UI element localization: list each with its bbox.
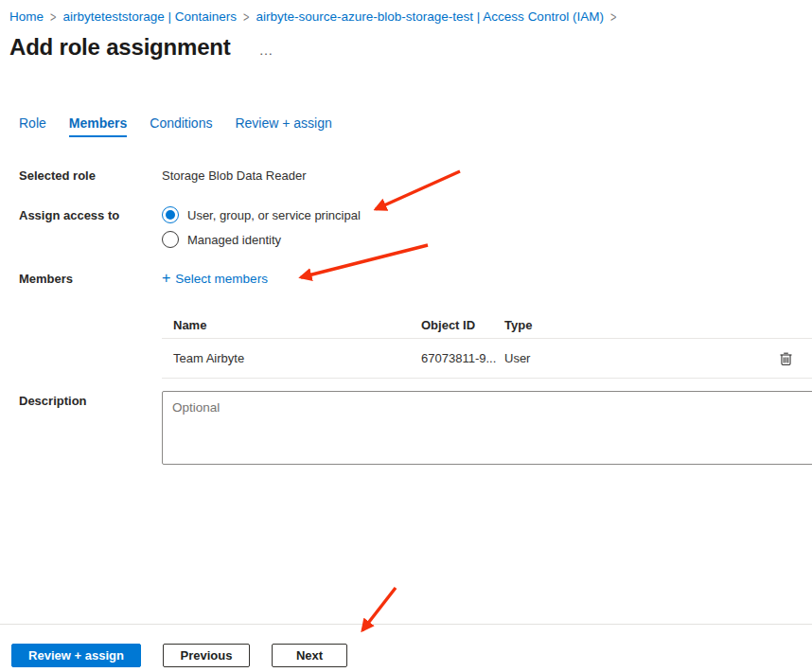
page-title: Add role assignment: [9, 34, 231, 61]
delete-member-button[interactable]: [777, 349, 795, 368]
tab-members[interactable]: Members: [69, 115, 127, 137]
tab-role[interactable]: Role: [19, 115, 46, 137]
column-header-type: Type: [504, 318, 759, 332]
tab-conditions[interactable]: Conditions: [150, 115, 212, 137]
breadcrumb-separator: >: [610, 9, 616, 24]
radio-managed-identity[interactable]: Managed identity: [162, 227, 361, 252]
description-textarea[interactable]: [162, 391, 812, 465]
column-header-object-id: Object ID: [421, 318, 504, 332]
trash-icon: [779, 351, 793, 366]
select-members-label: Select members: [175, 272, 268, 286]
review-assign-button[interactable]: Review + assign: [11, 644, 141, 667]
radio-label: User, group, or service principal: [187, 208, 361, 222]
previous-button[interactable]: Previous: [163, 644, 250, 667]
tab-bar: Role Members Conditions Review + assign: [19, 115, 332, 137]
assign-access-to-radio-group: User, group, or service principal Manage…: [162, 203, 361, 252]
members-table-header: Name Object ID Type: [162, 312, 812, 339]
select-members-link[interactable]: + Select members: [162, 271, 268, 286]
next-button[interactable]: Next: [272, 644, 347, 667]
members-label: Members: [19, 272, 73, 286]
selected-role-value: Storage Blob Data Reader: [162, 168, 306, 183]
breadcrumb-home[interactable]: Home: [9, 9, 44, 24]
page-header: Add role assignment …: [9, 34, 274, 61]
breadcrumb: Home > airbyteteststorage | Containers >…: [9, 9, 616, 24]
description-label: Description: [19, 394, 87, 408]
radio-user-group-service-principal[interactable]: User, group, or service principal: [162, 203, 361, 227]
more-options-icon[interactable]: …: [259, 42, 274, 61]
assign-access-to-label: Assign access to: [19, 208, 119, 222]
add-role-assignment-page: Home > airbyteteststorage | Containers >…: [0, 0, 812, 672]
radio-label: Managed identity: [187, 233, 281, 247]
members-table: Name Object ID Type Team Airbyte 6707381…: [162, 312, 812, 379]
selected-role-label: Selected role: [19, 168, 96, 183]
breadcrumb-storage-containers[interactable]: airbyteteststorage | Containers: [62, 9, 237, 24]
column-header-name: Name: [162, 318, 421, 332]
member-object-id: 67073811-9...: [421, 351, 504, 365]
member-name: Team Airbyte: [162, 351, 421, 365]
footer-actions: Review + assign Previous Next: [11, 644, 347, 667]
radio-selected-icon: [162, 206, 179, 223]
member-type: User: [504, 351, 759, 365]
radio-unselected-icon: [162, 231, 179, 248]
footer-divider: [0, 624, 812, 625]
breadcrumb-separator: >: [243, 9, 249, 24]
breadcrumb-separator: >: [50, 9, 56, 24]
tab-review-assign[interactable]: Review + assign: [235, 115, 331, 137]
arrow-to-user-group-radio: [376, 171, 460, 209]
plus-icon: +: [162, 271, 170, 286]
table-row: Team Airbyte 67073811-9... User: [162, 339, 812, 379]
breadcrumb-access-control-iam[interactable]: airbyte-source-azure-blob-storage-test |…: [256, 9, 604, 24]
